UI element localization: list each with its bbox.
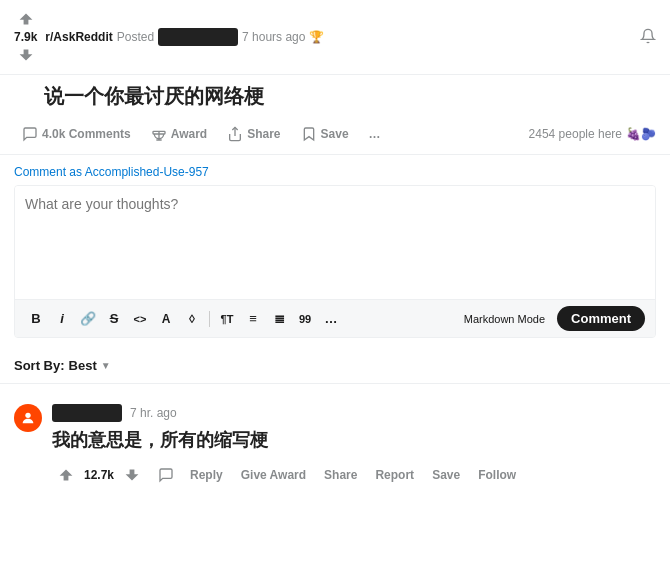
comment-as-username[interactable]: Accomplished-Use-957 bbox=[85, 165, 209, 179]
avatar bbox=[14, 404, 42, 432]
markdown-mode-toggle[interactable]: Markdown Mode bbox=[464, 313, 545, 325]
post-action-bar: 4.0k Comments Award Share Save … 2454 pe… bbox=[0, 114, 670, 155]
code-button[interactable]: <> bbox=[129, 308, 151, 330]
more-formatting-button[interactable]: … bbox=[320, 308, 342, 330]
people-here: 2454 people here 🍇🫐 bbox=[529, 127, 656, 141]
give-award-button[interactable]: Give Award bbox=[233, 464, 314, 486]
share-button[interactable]: Share bbox=[219, 120, 288, 148]
bold-button[interactable]: B bbox=[25, 308, 47, 330]
reply-button[interactable]: Reply bbox=[182, 464, 231, 486]
comment-time: 7 hr. ago bbox=[130, 406, 177, 420]
sort-bar: Sort By: Best ▼ bbox=[0, 348, 670, 384]
subreddit-name[interactable]: r/AskReddit bbox=[45, 30, 112, 44]
sort-label: Sort By: bbox=[14, 358, 65, 373]
comment-share-button[interactable]: Share bbox=[316, 464, 365, 486]
comment-author bbox=[52, 404, 122, 422]
comment-upvote-button[interactable] bbox=[52, 461, 80, 489]
award-emoji: 🏆 bbox=[309, 30, 324, 44]
comment-text: 我的意思是，所有的缩写梗 bbox=[52, 428, 656, 453]
comment-textarea[interactable] bbox=[15, 186, 655, 296]
comment-reply-icon[interactable] bbox=[152, 461, 180, 489]
share-icon bbox=[227, 126, 243, 142]
more-label: … bbox=[369, 127, 381, 141]
notification-button[interactable] bbox=[640, 28, 656, 47]
comment-as-prefix: Comment as bbox=[14, 165, 82, 179]
save-label: Save bbox=[321, 127, 349, 141]
award-label: Award bbox=[171, 127, 207, 141]
vote-count: 7.9k bbox=[14, 30, 37, 44]
list-button[interactable]: ≡ bbox=[242, 308, 264, 330]
svg-point-2 bbox=[25, 413, 30, 418]
post-header: 7.9k r/AskReddit Posted 7 hours ago 🏆 bbox=[0, 0, 670, 75]
comment-form-section: Comment as Accomplished-Use-957 B i 🔗 S … bbox=[0, 155, 670, 348]
comment-downvote-button[interactable] bbox=[118, 461, 146, 489]
comment-meta: 7 hr. ago bbox=[52, 404, 656, 422]
subscript-button[interactable]: ◊ bbox=[181, 308, 203, 330]
award-button[interactable]: Award bbox=[143, 120, 215, 148]
post-author bbox=[158, 28, 238, 46]
comment-vote: 12.7k bbox=[52, 461, 146, 489]
numbered-list-button[interactable]: ≣ bbox=[268, 308, 290, 330]
subreddit-info: r/AskReddit Posted 7 hours ago 🏆 bbox=[45, 28, 324, 46]
strikethrough-button[interactable]: S bbox=[103, 308, 125, 330]
award-icon bbox=[151, 126, 167, 142]
comments-button[interactable]: 4.0k Comments bbox=[14, 120, 139, 148]
people-here-count: 2454 people here bbox=[529, 127, 622, 141]
comment-box: B i 🔗 S <> A ◊ ¶T ≡ ≣ 99 … Markdown Mode… bbox=[14, 185, 656, 338]
comments-icon bbox=[22, 126, 38, 142]
quote-button[interactable]: 99 bbox=[294, 308, 316, 330]
downvote-button[interactable] bbox=[17, 46, 35, 64]
save-icon bbox=[301, 126, 317, 142]
comment-actions: 12.7k Reply Give Award Share Report Save… bbox=[52, 461, 656, 489]
heading-button[interactable]: ¶T bbox=[216, 308, 238, 330]
follow-button[interactable]: Follow bbox=[470, 464, 524, 486]
superscript-button[interactable]: A bbox=[155, 308, 177, 330]
save-button[interactable]: Save bbox=[293, 120, 357, 148]
upvote-button[interactable] bbox=[17, 10, 35, 28]
post-time: 7 hours ago bbox=[242, 30, 305, 44]
people-here-emoji: 🍇🫐 bbox=[626, 127, 656, 141]
comments-label: 4.0k Comments bbox=[42, 127, 131, 141]
page-container: 7.9k r/AskReddit Posted 7 hours ago 🏆 说一… bbox=[0, 0, 670, 509]
post-meta: r/AskReddit Posted 7 hours ago 🏆 bbox=[45, 28, 632, 46]
share-label: Share bbox=[247, 127, 280, 141]
report-button[interactable]: Report bbox=[367, 464, 422, 486]
post-title: 说一个你最讨厌的网络梗 bbox=[0, 75, 670, 114]
comment-score: 12.7k bbox=[84, 468, 114, 482]
comment-submit-button[interactable]: Comment bbox=[557, 306, 645, 331]
list-item: 7 hr. ago 我的意思是，所有的缩写梗 12.7k bbox=[0, 394, 670, 499]
comment-body: 7 hr. ago 我的意思是，所有的缩写梗 12.7k bbox=[52, 404, 656, 489]
toolbar-separator-1 bbox=[209, 311, 210, 327]
comment-toolbar: B i 🔗 S <> A ◊ ¶T ≡ ≣ 99 … Markdown Mode… bbox=[15, 299, 655, 337]
more-button[interactable]: … bbox=[361, 121, 389, 147]
comment-save-button[interactable]: Save bbox=[424, 464, 468, 486]
italic-button[interactable]: i bbox=[51, 308, 73, 330]
posted-label: Posted bbox=[117, 30, 154, 44]
comments-list: 7 hr. ago 我的意思是，所有的缩写梗 12.7k bbox=[0, 384, 670, 509]
comment-as-label: Comment as Accomplished-Use-957 bbox=[14, 165, 656, 179]
link-button[interactable]: 🔗 bbox=[77, 308, 99, 330]
sort-chevron-icon[interactable]: ▼ bbox=[101, 360, 111, 371]
vote-section: 7.9k bbox=[14, 10, 37, 64]
sort-value[interactable]: Best bbox=[69, 358, 97, 373]
